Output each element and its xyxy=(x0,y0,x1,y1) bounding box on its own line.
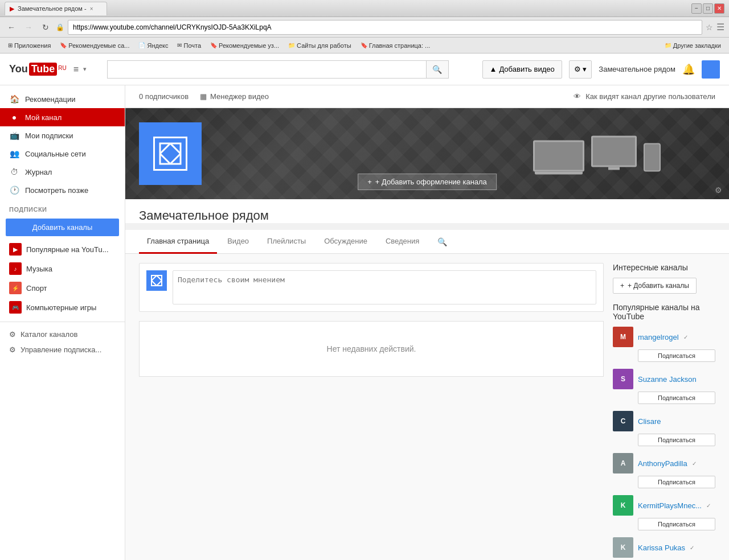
sidebar-social-label: Социальные сети xyxy=(25,150,86,158)
bookmark-orange2-icon: 🔖 xyxy=(210,42,217,48)
phone-device-icon xyxy=(644,143,661,172)
notification-bell-icon[interactable]: 🔔 xyxy=(682,63,695,76)
subscribe-btn-4[interactable]: Подписаться xyxy=(638,518,715,530)
url-input[interactable] xyxy=(68,20,702,35)
settings-button[interactable]: ⚙ ▾ xyxy=(569,60,592,79)
bookmark-mail[interactable]: ✉ Почта xyxy=(174,41,204,50)
page-icon: 📄 xyxy=(138,42,145,48)
svg-line-7 xyxy=(157,281,162,286)
journal-icon: ⏱ xyxy=(9,167,19,176)
tab-search-icon[interactable]: 🔍 xyxy=(434,234,450,250)
games-sub-label: Компьютерные игры xyxy=(26,303,96,312)
tab-home[interactable]: Главная страница xyxy=(139,230,217,254)
video-manager-label: Менеджер видео xyxy=(210,92,269,101)
channel-name-5[interactable]: Karissa Pukas xyxy=(638,543,685,552)
channel-icon: ● xyxy=(9,113,19,122)
sidebar-manage-subs[interactable]: ⚙ Управление подписка... xyxy=(0,342,125,357)
tab-playlists[interactable]: Плейлисты xyxy=(259,230,314,254)
close-btn[interactable]: ✕ xyxy=(714,3,724,14)
youtube-header: You Tube RU ≡ ▾ 🔍 ▲ Добавить видео ⚙ ▾ З… xyxy=(0,53,729,85)
tab-close-btn[interactable]: × xyxy=(90,6,93,12)
sidebar-subscriptions-label: Мои подписки xyxy=(25,131,73,140)
channel-name-2[interactable]: Clisare xyxy=(638,417,661,426)
bookmark-other[interactable]: 📁 Другие закладки xyxy=(661,41,724,50)
refresh-btn[interactable]: ↻ xyxy=(39,20,52,34)
sidebar-sub-sport[interactable]: ⚡ Спорт xyxy=(0,278,125,298)
channel-name-section: Замечательное рядом xyxy=(125,199,729,223)
share-input[interactable] xyxy=(173,270,596,304)
subscribe-btn-2[interactable]: Подписаться xyxy=(638,434,715,446)
channel-name-1[interactable]: Suzanne Jackson xyxy=(638,375,697,384)
channel-main-area: Нет недавних действий. xyxy=(139,263,604,560)
tab-discussion[interactable]: Обсуждение xyxy=(316,230,375,254)
upload-button[interactable]: ▲ Добавить видео xyxy=(482,60,562,79)
channel-name-0[interactable]: mangelrogel xyxy=(638,333,679,341)
popular-channels-title: Популярные каналы на YouTube xyxy=(613,303,715,321)
sidebar-item-journal[interactable]: ⏱ Журнал xyxy=(0,163,125,181)
bookmark-apps[interactable]: ⊞ Приложения xyxy=(5,41,54,50)
channel-tabs: Главная страница Видео Плейлисты Обсужде… xyxy=(125,230,729,254)
search-input[interactable] xyxy=(107,60,426,79)
forward-btn[interactable]: → xyxy=(22,20,35,34)
view-as-users[interactable]: 👁 Как видят канал другие пользователи xyxy=(574,92,715,101)
subscribers-count: 0 подписчиков xyxy=(139,92,189,101)
sidebar-item-my-channel[interactable]: ● Мой канал xyxy=(0,108,125,126)
sidebar-item-subscriptions[interactable]: 📺 Мои подписки xyxy=(0,126,125,145)
sidebar-watch-later-label: Посмотреть позже xyxy=(25,186,88,195)
no-activity-text: Нет недавних действий. xyxy=(327,344,416,353)
youtube-logo[interactable]: You Tube RU xyxy=(9,63,67,76)
channel-title: Замечательное рядом xyxy=(139,208,715,223)
bookmark-homepage-label: Главная страница: ... xyxy=(369,42,431,49)
bookmark-homepage[interactable]: 🔖 Главная страница: ... xyxy=(357,41,434,50)
sidebar-item-watch-later[interactable]: 🕐 Посмотреть позже xyxy=(0,181,125,199)
add-channels-sidebar-button[interactable]: + + Добавить каналы xyxy=(613,278,697,294)
popular-channel-0: M mangelrogel ✓ Подписаться xyxy=(613,327,715,362)
sidebar-item-recommendations[interactable]: 🏠 Рекомендации xyxy=(0,90,125,108)
sidebar-catalog[interactable]: ⚙ Каталог каналов xyxy=(0,327,125,342)
home-icon: 🏠 xyxy=(9,94,19,104)
add-channel-art-button[interactable]: + + Добавить оформление канала xyxy=(358,174,497,190)
tab-video[interactable]: Видео xyxy=(219,230,257,254)
bookmark-recommended1[interactable]: 🔖 Рекомендуемые са... xyxy=(56,41,133,50)
bookmark-work-label: Сайты для работы xyxy=(297,42,351,49)
sidebar-sub-popular[interactable]: ▶ Популярные на YouTu... xyxy=(0,240,125,259)
bookmark-star-icon[interactable]: ☆ xyxy=(706,23,713,32)
minimize-btn[interactable]: − xyxy=(691,3,702,14)
maximize-btn[interactable]: □ xyxy=(703,3,713,14)
apps-grid-button[interactable] xyxy=(702,60,720,79)
search-area: 🔍 xyxy=(107,60,449,79)
channel-thumb-1: S xyxy=(613,369,633,389)
header-right: ▲ Добавить видео ⚙ ▾ Замечательное рядом… xyxy=(482,60,720,79)
browser-tab[interactable]: ▶ Замечательное рядом - × xyxy=(5,2,107,15)
bookmark-recommended2[interactable]: 🔖 Рекомендуемые уз... xyxy=(207,41,282,50)
channel-name-3[interactable]: AnthonyPadilla xyxy=(638,459,687,468)
video-manager-icon: ▦ xyxy=(200,92,207,101)
search-button[interactable]: 🔍 xyxy=(426,60,449,79)
subscribe-btn-1[interactable]: Подписаться xyxy=(638,392,715,404)
sidebar-item-social[interactable]: 👥 Социальные сети xyxy=(0,145,125,163)
menu-icon[interactable]: ≡ xyxy=(73,64,79,75)
sidebar: 🏠 Рекомендации ● Мой канал 📺 Мои подписк… xyxy=(0,85,125,560)
menu-arrow-icon[interactable]: ▾ xyxy=(83,65,87,73)
add-channels-button[interactable]: Добавить каналы xyxy=(6,219,119,236)
subscriptions-section-title: ПОДПИСКИ xyxy=(0,199,125,215)
upload-icon: ▲ xyxy=(490,65,497,73)
sidebar-sub-games[interactable]: 🎮 Компьютерные игры xyxy=(0,298,125,317)
bookmark-yandex[interactable]: 📄 Яндекс xyxy=(135,41,171,50)
browser-menu-icon[interactable]: ☰ xyxy=(716,22,724,32)
subscribe-btn-3[interactable]: Подписаться xyxy=(638,476,715,488)
tab-info[interactable]: Сведения xyxy=(378,230,427,254)
video-manager-link[interactable]: ▦ Менеджер видео xyxy=(200,92,269,101)
sport-sub-icon: ⚡ xyxy=(9,282,22,294)
header-channel-name: Замечательное рядом xyxy=(599,65,675,73)
subscribe-btn-0[interactable]: Подписаться xyxy=(638,349,715,362)
bookmark-work-sites[interactable]: 📁 Сайты для работы xyxy=(285,41,355,50)
channels-sidebar: Интересные каналы + + Добавить каналы По… xyxy=(613,263,715,560)
sidebar-sub-music[interactable]: ♪ Музыка xyxy=(0,259,125,278)
back-btn[interactable]: ← xyxy=(5,20,18,34)
channel-name-4[interactable]: KermitPlaysMnec... xyxy=(638,501,702,510)
svg-line-8 xyxy=(157,275,162,281)
sport-sub-label: Спорт xyxy=(26,284,47,293)
logo-you: You xyxy=(9,63,28,75)
banner-settings-icon[interactable]: ⚙ xyxy=(715,186,722,195)
